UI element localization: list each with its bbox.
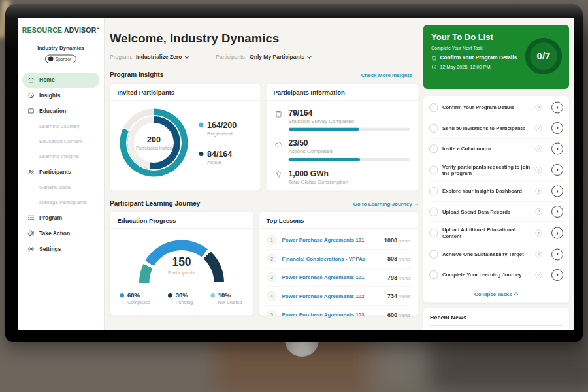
task-checkbox[interactable] — [429, 270, 438, 280]
task-help-icon: ? — [536, 208, 542, 215]
chevron-down-icon — [185, 54, 189, 58]
monitor-bezel: RESOURCE ADVISOR+ Industry Dynamics Spon… — [5, 4, 583, 342]
task-checkbox[interactable] — [429, 187, 438, 196]
lesson-rank: 3 — [267, 272, 277, 282]
lesson-link[interactable]: Power Purchase Agreements 102 — [282, 293, 382, 299]
sidebar-item-manage-participants[interactable]: Manage Participants — [18, 195, 104, 210]
lesson-row: 3 Power Purchase Agreements 101 793views — [267, 269, 412, 287]
task-checkbox[interactable] — [429, 165, 438, 174]
task-checkbox[interactable] — [429, 144, 438, 154]
donut-center-label: Participants Invited — [136, 146, 172, 151]
task-help-icon: ? — [536, 272, 542, 278]
learning-cards-row: Education Progress 150 Participants 60% — [110, 212, 419, 316]
task-row: Achieve One Sustainability Target ? › — [429, 244, 564, 265]
gauge-center-value: 150 — [139, 255, 224, 269]
recent-news-card: Recent News — [423, 308, 569, 330]
home-icon — [27, 76, 35, 84]
lesson-link[interactable]: Power Purchase Agreements 103 — [282, 312, 382, 318]
sponsor-badge-icon — [48, 57, 54, 62]
task-help-icon: ? — [536, 146, 542, 152]
emission-survey-icon — [275, 110, 283, 118]
task-row: Explore Your Insights Dashboard ? › — [429, 181, 564, 202]
task-open-button[interactable]: › — [551, 164, 563, 176]
task-checkbox[interactable] — [429, 250, 438, 259]
filters-bar: Program: Industrialize Zero Participants… — [110, 54, 419, 60]
task-help-icon: ? — [536, 167, 542, 173]
sidebar-item-take-action[interactable]: Take Action — [18, 225, 104, 241]
go-to-learning-journey-link[interactable]: Go to Learning Journey → — [353, 201, 419, 206]
task-open-button[interactable]: › — [551, 248, 563, 260]
lesson-link[interactable]: Power Purchase Agreements 101 — [282, 274, 382, 280]
check-more-insights-link[interactable]: Check More Insights → — [361, 72, 419, 78]
sidebar-item-general-data[interactable]: General Data — [18, 180, 104, 195]
task-row: Confirm Your Program Details ? › — [429, 97, 564, 118]
todo-summary-card: Your To Do List Complete Your Next Task:… — [423, 25, 569, 89]
legend-completed: 60% Completed — [120, 292, 151, 305]
program-dropdown[interactable]: Industrialize Zero — [136, 54, 188, 60]
actions-icon — [275, 140, 283, 148]
todo-panel: Your To Do List Complete Your Next Task:… — [423, 18, 574, 330]
legend-dot — [199, 152, 204, 156]
lesson-rank: 2 — [267, 254, 277, 264]
sidebar-item-education[interactable]: Education — [18, 103, 104, 119]
task-row: Verify participants requesting to join t… — [429, 159, 564, 182]
lesson-rank: 4 — [267, 291, 277, 301]
emission-survey-progress-bar — [289, 128, 410, 131]
legend-pending: 30% Pending — [168, 292, 193, 305]
program-insights-header: Program Insights Check More Insights → — [110, 71, 419, 79]
task-checkbox[interactable] — [429, 103, 438, 112]
education-progress-card: Education Progress 150 Participants 60% — [110, 212, 253, 316]
task-open-button[interactable]: › — [551, 269, 563, 281]
collapse-tasks-link[interactable]: Collapse Tasks — [429, 285, 564, 302]
legend-dot — [199, 123, 204, 127]
top-lessons-card: Top Lessons 1 Power Purchase Agreements … — [259, 212, 419, 316]
sidebar-item-insights[interactable]: Insights — [18, 88, 104, 103]
task-checkbox[interactable] — [429, 229, 438, 238]
lesson-link[interactable]: Power Purchase Agreements 101 — [282, 237, 379, 243]
lesson-rank: 5 — [267, 310, 277, 319]
lesson-rank: 1 — [267, 235, 277, 245]
program-filter: Program: Industrialize Zero — [110, 54, 188, 60]
task-open-button[interactable]: › — [551, 102, 563, 114]
app-logo: RESOURCE ADVISOR+ — [18, 25, 104, 35]
task-open-button[interactable]: › — [551, 206, 563, 218]
consumption-row: 1,000 GWh Total Global Consumption — [275, 169, 410, 185]
program-filter-label: Program: — [110, 54, 133, 60]
emission-survey-row: 79/164 Emission Survey Completed — [275, 108, 410, 131]
task-row: Upload Spend Data Records ? › — [429, 202, 564, 223]
task-list-card: Confirm Your Program Details ? › Send 50… — [423, 96, 569, 302]
screen: RESOURCE ADVISOR+ Industry Dynamics Spon… — [18, 18, 574, 330]
task-open-button[interactable]: › — [551, 122, 563, 134]
actions-completed-row: 23/50 Actions Completed — [275, 139, 410, 161]
settings-icon — [27, 246, 35, 253]
lesson-row: 1 Power Purchase Agreements 101 1000view… — [267, 231, 412, 250]
gauge-center-label: Participants — [139, 270, 224, 276]
sidebar-item-learning-insights[interactable]: Learning Insights — [18, 149, 104, 164]
sidebar-item-program[interactable]: Program — [18, 210, 104, 225]
card-title: Participants Information — [267, 84, 419, 101]
insights-cards-row: Invited Participants 200 Participants In… — [110, 84, 419, 191]
sidebar-item-settings[interactable]: Settings — [18, 241, 104, 257]
org-name: Industry Dynamics — [18, 45, 104, 51]
sidebar-item-participants[interactable]: Participants — [18, 164, 104, 180]
task-row: Complete Your Learning Journey ? › — [429, 265, 564, 285]
sidebar-item-education-content[interactable]: Education Content — [18, 134, 104, 149]
task-open-button[interactable]: › — [551, 227, 563, 239]
task-help-icon: ? — [536, 188, 542, 195]
participants-filter: Participants: Only My Participants — [216, 54, 310, 60]
task-checkbox[interactable] — [429, 207, 438, 216]
sidebar-item-home[interactable]: Home — [22, 73, 99, 88]
participants-dropdown[interactable]: Only My Participants — [250, 54, 310, 60]
lesson-row: 2 Financial Considerations - VPPAs 803vi… — [267, 250, 412, 269]
task-checkbox[interactable] — [429, 123, 438, 133]
lesson-link[interactable]: Financial Considerations - VPPAs — [282, 256, 382, 262]
legend-dot — [210, 293, 215, 298]
task-open-button[interactable]: › — [551, 143, 563, 155]
sidebar-item-learning-journey[interactable]: Learning Journey — [18, 119, 104, 134]
task-open-button[interactable]: › — [551, 186, 563, 197]
card-title: Education Progress — [110, 212, 253, 229]
page-title: Welcome, Industry Dynamics — [110, 31, 419, 45]
actions-progress-bar — [289, 158, 410, 161]
task-help-icon: ? — [536, 230, 542, 237]
participants-icon — [27, 169, 35, 176]
